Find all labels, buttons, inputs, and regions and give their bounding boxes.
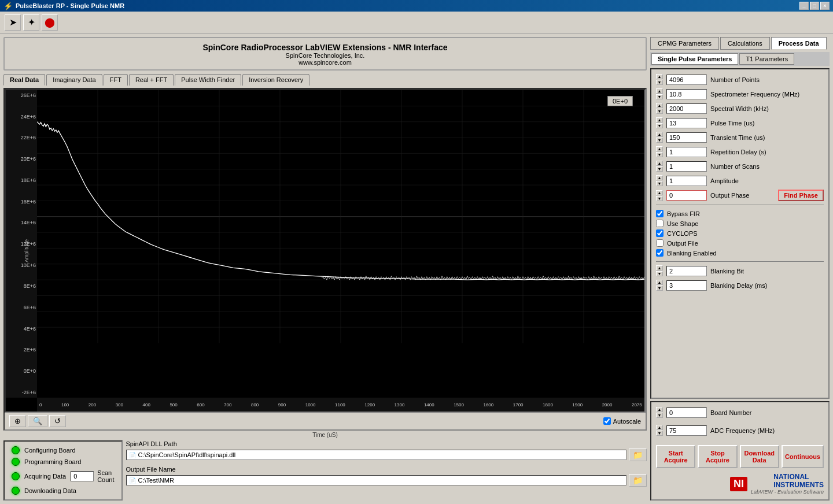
cb-output-file-input[interactable] bbox=[656, 239, 664, 247]
spinner-up-pulse-time[interactable]: ▲ bbox=[656, 117, 663, 123]
spinner-down-spec-freq[interactable]: ▼ bbox=[656, 94, 663, 99]
stop-acquire-button[interactable]: StopAcquire bbox=[698, 445, 737, 468]
spinner-up-blanking-bit[interactable]: ▲ bbox=[656, 265, 663, 270]
cb-cyclops-input[interactable] bbox=[656, 229, 664, 237]
spinner-blanking-bit[interactable]: ▲ ▼ bbox=[656, 265, 663, 276]
cb-blanking-enabled-input[interactable] bbox=[656, 249, 664, 257]
spinner-spec-freq[interactable]: ▲ ▼ bbox=[656, 88, 663, 99]
x-label: 600 bbox=[197, 402, 204, 407]
spinner-pulse-time[interactable]: ▲ ▼ bbox=[656, 117, 663, 128]
spinner-transient-time[interactable]: ▲ ▼ bbox=[656, 132, 663, 143]
continuous-button[interactable]: Continuous bbox=[782, 445, 824, 468]
spinner-down-pulse-time[interactable]: ▼ bbox=[656, 123, 663, 128]
spinner-spectral-width[interactable]: ▲ ▼ bbox=[656, 103, 663, 114]
dll-path-input[interactable]: 📄 C:\SpinCore\SpinAPI\dll\spinapi.dll bbox=[126, 450, 626, 460]
spinner-adc-freq[interactable]: ▲ ▼ bbox=[656, 425, 663, 436]
maximize-button[interactable]: □ bbox=[810, 2, 819, 10]
status-configuring-label: Configuring Board bbox=[24, 447, 76, 454]
spinner-down-blanking-bit[interactable]: ▼ bbox=[656, 271, 663, 276]
cb-use-shape-input[interactable] bbox=[656, 220, 664, 227]
input-spec-freq[interactable] bbox=[666, 89, 707, 99]
ni-logo-icon: NI bbox=[730, 477, 747, 491]
tab-fft[interactable]: FFT bbox=[104, 74, 128, 86]
spinner-up-blanking-delay[interactable]: ▲ bbox=[656, 280, 663, 285]
tab-cpmg[interactable]: CPMG Parameters bbox=[650, 37, 719, 50]
x-label: 1100 bbox=[335, 402, 345, 407]
spinner-down-output-phase[interactable]: ▼ bbox=[656, 196, 663, 201]
spinner-board-number[interactable]: ▲ ▼ bbox=[656, 407, 663, 418]
spinner-down-num-scans[interactable]: ▼ bbox=[656, 166, 663, 172]
label-spectral-width: Spectral Width (kHz) bbox=[710, 105, 824, 112]
pan-tool[interactable]: ↺ bbox=[49, 415, 66, 427]
tab-pulse-width[interactable]: Pulse Width Finder bbox=[175, 74, 241, 86]
spinner-up-num-scans[interactable]: ▲ bbox=[656, 161, 663, 166]
output-path-input[interactable]: 📄 C:\Test\NMR bbox=[126, 475, 626, 486]
spinner-up-output-phase[interactable]: ▲ bbox=[656, 190, 663, 195]
close-button[interactable]: × bbox=[820, 2, 830, 10]
zoom-tool[interactable]: 🔍 bbox=[28, 415, 47, 427]
spinner-down-spectral-width[interactable]: ▼ bbox=[656, 109, 663, 114]
input-num-points[interactable] bbox=[666, 75, 707, 85]
cb-bypass-fir-input[interactable] bbox=[656, 210, 664, 217]
toolbar-btn-2[interactable]: ✦ bbox=[23, 14, 39, 31]
sub-tab-t1[interactable]: T1 Parameters bbox=[739, 53, 794, 65]
tab-real-fft[interactable]: Real + FFT bbox=[129, 74, 174, 86]
toolbar-btn-3[interactable]: ⬤ bbox=[42, 14, 58, 31]
download-data-button[interactable]: DownloadData bbox=[740, 445, 779, 468]
input-num-scans[interactable] bbox=[666, 161, 707, 172]
sub-tab-single-pulse[interactable]: Single Pulse Parameters bbox=[651, 53, 738, 65]
spinner-up-amplitude[interactable]: ▲ bbox=[656, 175, 663, 180]
x-label: 1800 bbox=[543, 402, 553, 407]
spinner-up-board-number[interactable]: ▲ bbox=[656, 407, 663, 412]
spinner-down-amplitude[interactable]: ▼ bbox=[656, 181, 663, 186]
input-output-phase[interactable] bbox=[666, 190, 707, 201]
spinner-down-rep-delay[interactable]: ▼ bbox=[656, 152, 663, 157]
tab-imaginary-data[interactable]: Imaginary Data bbox=[46, 74, 102, 86]
tab-real-data[interactable]: Real Data bbox=[3, 74, 45, 86]
spinner-down-num-points[interactable]: ▼ bbox=[656, 80, 663, 85]
spinner-up-spectral-width[interactable]: ▲ bbox=[656, 103, 663, 108]
led-programming bbox=[12, 458, 20, 466]
spinner-num-scans[interactable]: ▲ ▼ bbox=[656, 161, 663, 172]
tab-calculations[interactable]: Calculations bbox=[720, 37, 770, 50]
spinner-down-blanking-delay[interactable]: ▼ bbox=[656, 286, 663, 291]
spinner-up-spec-freq[interactable]: ▲ bbox=[656, 88, 663, 94]
spinner-num-points[interactable]: ▲ ▼ bbox=[656, 74, 663, 85]
spinner-up-adc-freq[interactable]: ▲ bbox=[656, 425, 663, 430]
tab-process-data[interactable]: Process Data bbox=[771, 37, 827, 50]
spinner-amplitude[interactable]: ▲ ▼ bbox=[656, 175, 663, 186]
output-path-label: Output File Name bbox=[126, 466, 647, 473]
input-transient-time[interactable] bbox=[666, 132, 707, 143]
input-amplitude[interactable] bbox=[666, 176, 707, 186]
input-board-number[interactable] bbox=[666, 407, 707, 418]
spinner-rep-delay[interactable]: ▲ ▼ bbox=[656, 146, 663, 157]
input-adc-freq[interactable] bbox=[666, 425, 707, 436]
start-acquire-button[interactable]: StartAcquire bbox=[656, 445, 695, 468]
spinner-down-transient-time[interactable]: ▼ bbox=[656, 138, 663, 143]
minimize-button[interactable]: _ bbox=[799, 2, 809, 10]
spinner-down-board-number[interactable]: ▼ bbox=[656, 413, 663, 418]
dll-browse-button[interactable]: 📁 bbox=[629, 449, 647, 461]
spinner-blanking-delay[interactable]: ▲ ▼ bbox=[656, 280, 663, 291]
tab-inversion[interactable]: Inversion Recovery bbox=[242, 74, 309, 86]
crosshair-tool[interactable]: ⊕ bbox=[9, 415, 26, 427]
input-blanking-delay[interactable] bbox=[666, 280, 707, 291]
output-browse-button[interactable]: 📁 bbox=[629, 474, 647, 487]
input-spectral-width[interactable] bbox=[666, 103, 707, 114]
spinner-up-num-points[interactable]: ▲ bbox=[656, 74, 663, 79]
spinner-output-phase[interactable]: ▲ ▼ bbox=[656, 190, 663, 201]
input-pulse-time[interactable] bbox=[666, 118, 707, 128]
window-controls[interactable]: _ □ × bbox=[799, 2, 830, 10]
scan-count-input[interactable] bbox=[71, 471, 94, 481]
toolbar-btn-1[interactable]: ➤ bbox=[5, 14, 21, 31]
find-phase-button[interactable]: Find Phase bbox=[778, 190, 824, 201]
param-adc-freq: ▲ ▼ ADC Frequency (MHz) bbox=[656, 425, 824, 436]
input-blanking-bit[interactable] bbox=[666, 266, 707, 276]
spinner-up-rep-delay[interactable]: ▲ bbox=[656, 146, 663, 151]
autoscale-checkbox[interactable] bbox=[603, 417, 611, 425]
spinner-up-transient-time[interactable]: ▲ bbox=[656, 132, 663, 137]
spinner-down-adc-freq[interactable]: ▼ bbox=[656, 431, 663, 436]
led-acquiring bbox=[12, 472, 20, 480]
right-tabs: CPMG Parameters Calculations Process Dat… bbox=[650, 37, 830, 50]
input-rep-delay[interactable] bbox=[666, 147, 707, 157]
